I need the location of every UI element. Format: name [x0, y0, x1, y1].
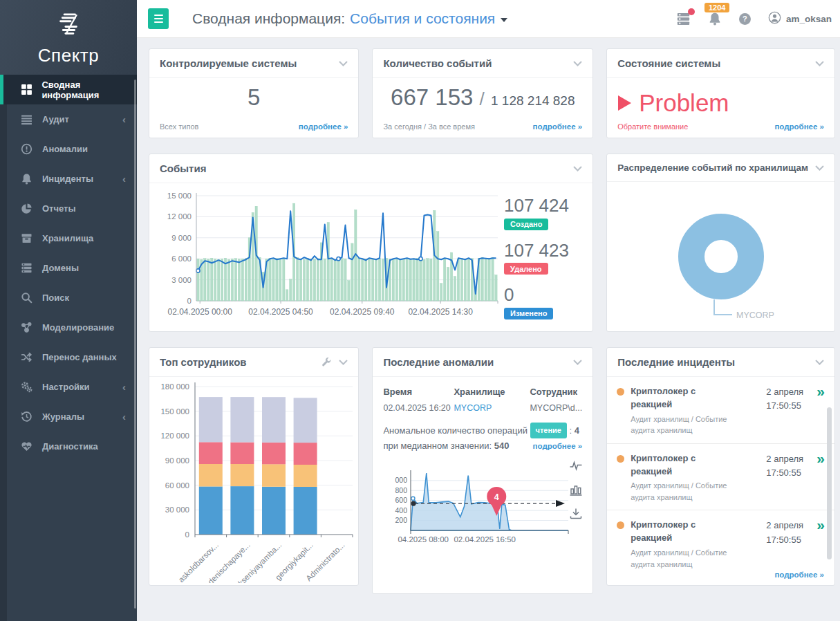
col-storage: Хранилище: [454, 387, 527, 402]
chevron-down-icon[interactable]: [573, 61, 582, 66]
sidebar-item-modeling[interactable]: Моделирование: [0, 313, 137, 342]
chevron-left-icon: ‹: [122, 174, 126, 184]
svg-text:15 000: 15 000: [167, 192, 192, 200]
sidebar-item-reports[interactable]: Отчеты: [0, 194, 137, 223]
gears-icon: [21, 381, 33, 393]
bell-icon: [21, 173, 33, 185]
chevron-down-icon[interactable]: [573, 360, 582, 365]
svg-text:02.04.2025 04:50: 02.04.2025 04:50: [248, 307, 313, 317]
svg-text:120 000: 120 000: [161, 432, 190, 440]
sidebar-nav: Сводная информацияАудит‹АномалииИнцидент…: [0, 75, 137, 461]
incident-item[interactable]: Криптолокер с реакциейАудит хранилищ / С…: [607, 377, 834, 443]
sidebar-item-domains[interactable]: Домены: [0, 253, 137, 283]
incident-severity-dot: [617, 388, 624, 396]
chevron-down-icon[interactable]: [339, 61, 348, 66]
col-time: Время: [383, 387, 451, 402]
incident-title: Криптолокер с реакцией: [631, 385, 713, 411]
systems-status-icon[interactable]: [676, 12, 691, 26]
svg-text:150 000: 150 000: [161, 407, 190, 416]
system-state-more-link[interactable]: подробнее »: [774, 122, 824, 131]
created-count: 107 424: [504, 196, 590, 216]
created-badge: Создано: [504, 219, 548, 230]
sidebar-item-journals[interactable]: Журналы‹: [0, 402, 137, 432]
anomaly-more-link[interactable]: подробнее »: [533, 440, 583, 454]
caret-down-icon[interactable]: [501, 18, 507, 22]
sidebar-item-settings[interactable]: Настройки‹: [0, 372, 137, 402]
user-menu[interactable]: am_oksan: [768, 11, 832, 27]
svg-text:180 000: 180 000: [161, 382, 190, 391]
events-count-caption: За сегодня / За все время: [383, 122, 475, 131]
svg-text:4: 4: [494, 492, 499, 502]
top-employees-chart: 030 00060 00090 000120 000150 000180 000…: [149, 378, 358, 583]
wrench-icon[interactable]: [321, 357, 332, 367]
open-incident-icon[interactable]: »: [816, 385, 825, 436]
divider: /: [480, 89, 485, 109]
systems-more-link[interactable]: подробнее »: [299, 122, 348, 131]
line-chart-icon[interactable]: [569, 458, 583, 472]
sidebar-item-audit[interactable]: Аудит‹: [0, 104, 137, 134]
search-icon: [21, 292, 33, 304]
svg-text:0: 0: [187, 297, 192, 305]
incidents-list: Криптолокер с реакциейАудит хранилищ / С…: [607, 377, 834, 570]
sidebar-item-summary[interactable]: Сводная информация: [0, 75, 137, 104]
anomaly-count: 4: [575, 425, 579, 436]
incidents-scrollbar[interactable]: [827, 407, 832, 559]
card-system-state: Состояние системы Problem Обратите внима…: [606, 48, 835, 138]
chevron-down-icon[interactable]: [815, 360, 824, 365]
logo-block: Спектр: [0, 0, 137, 75]
incident-item[interactable]: Криптолокер с реакциейАудит хранилищ / С…: [607, 510, 834, 570]
sidebar-item-search[interactable]: Поиск: [0, 283, 137, 313]
main-area: Сводная информация: События и состояния …: [137, 0, 840, 621]
open-incident-icon[interactable]: »: [816, 519, 825, 570]
svg-text:200: 200: [395, 516, 408, 524]
app-title: Спектр: [38, 45, 99, 66]
menu-toggle-button[interactable]: [148, 8, 169, 29]
card-title: Количество событий: [383, 57, 566, 69]
chevron-down-icon[interactable]: [815, 61, 824, 66]
sidebar-item-diagnostics[interactable]: Диагностика: [0, 432, 137, 461]
card-last-incidents: Последние инциденты Криптолокер с реакци…: [606, 347, 835, 586]
incident-title: Криптолокер с реакцией: [631, 519, 713, 545]
topbar-icons: 1204 ? am_oksan: [676, 11, 829, 27]
incident-category: Аудит хранилищ / Событие аудита хранилищ: [631, 414, 734, 436]
notifications-bell-icon[interactable]: 1204: [708, 12, 722, 26]
nodes-icon: [21, 322, 33, 333]
chevron-left-icon: ‹: [122, 411, 126, 422]
changed-count: 0: [504, 285, 590, 305]
svg-text:04.2025 08:00: 04.2025 08:00: [398, 535, 449, 544]
card-storage-distribution: Распределение событий по хранилищам MYCO…: [606, 154, 835, 332]
sidebar-item-incidents[interactable]: Инциденты‹: [0, 164, 137, 194]
chevron-down-icon[interactable]: [815, 165, 824, 171]
card-title: Распределение событий по хранилищам: [617, 163, 808, 173]
deleted-badge: Удалено: [504, 263, 548, 275]
bar-chart-icon[interactable]: [569, 483, 583, 497]
card-events-count: Количество событий 667 153 / 1 128 214 8…: [372, 48, 593, 138]
card-last-anomalies: Последние аномалии Время Хранилище Сотру…: [372, 347, 593, 594]
chevron-left-icon: ‹: [122, 382, 126, 392]
app-root: Спектр Сводная информацияАудит‹АномалииИ…: [0, 0, 840, 621]
card-title: Контролируемые системы: [160, 57, 332, 69]
open-incident-icon[interactable]: »: [816, 452, 825, 503]
download-icon[interactable]: [569, 507, 583, 521]
systems-caption: Всех типов: [160, 122, 198, 131]
svg-text:400: 400: [395, 506, 408, 515]
chevron-down-icon[interactable]: [573, 166, 582, 172]
incident-severity-dot: [617, 455, 624, 463]
chevron-down-icon[interactable]: [339, 360, 348, 365]
sidebar-item-data-transfer[interactable]: Перенос данных: [0, 342, 137, 372]
svg-text:12 000: 12 000: [167, 212, 192, 221]
systems-count: 5: [149, 84, 358, 111]
sidebar-item-storages[interactable]: Хранилища: [0, 223, 137, 253]
incident-datetime: 2 апреля17:50:55: [766, 452, 809, 503]
help-icon[interactable]: ?: [739, 13, 751, 25]
incident-item[interactable]: Криптолокер с реакциейАудит хранилищ / С…: [607, 443, 834, 510]
dashboard-selector-link[interactable]: События и состояния: [350, 10, 495, 27]
sidebar-item-anomalies[interactable]: Аномалии: [0, 134, 137, 164]
events-count-more-link[interactable]: подробнее »: [533, 122, 583, 131]
deleted-count: 107 423: [504, 241, 590, 261]
incidents-more-link[interactable]: подробнее »: [774, 571, 824, 579]
topbar: Сводная информация: События и состояния …: [137, 0, 840, 38]
card-title: Топ сотрудников: [160, 356, 315, 368]
events-chart: 03 0006 0009 00012 00015 00002.04.2025 0…: [155, 189, 504, 331]
anomaly-storage-link[interactable]: MYCORP: [454, 402, 527, 414]
